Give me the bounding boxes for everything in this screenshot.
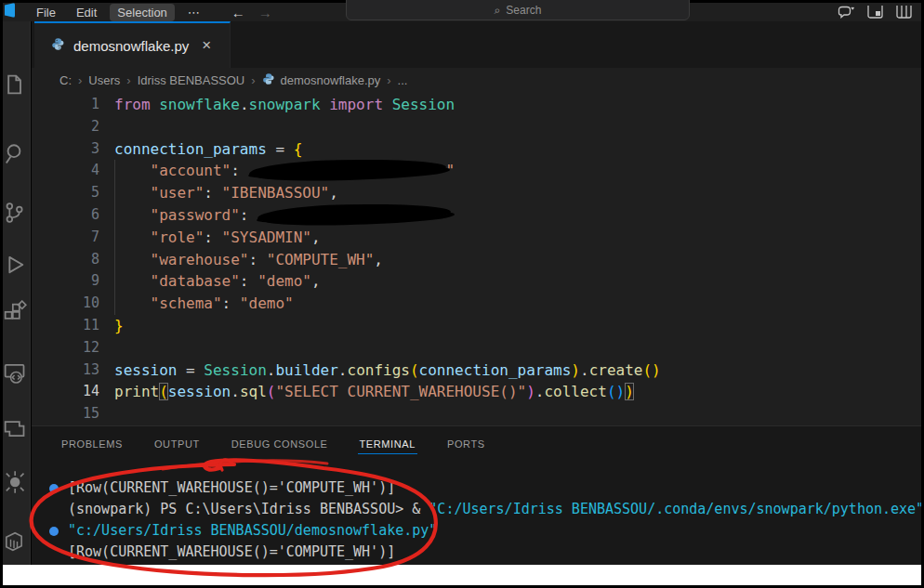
code-token: : [222, 294, 240, 312]
code-token: "warehouse" [151, 251, 249, 268]
code-token: snowpark [249, 96, 321, 113]
menu-edit[interactable]: Edit [69, 4, 104, 21]
code-token: connection_params [419, 361, 572, 379]
code-token [383, 96, 392, 113]
command-search-box[interactable]: ⌕ Search [346, 0, 690, 20]
code-line[interactable]: 14print(session.sql("SELECT CURRENT_WARE… [32, 381, 921, 403]
code-text: "account": " [114, 160, 455, 182]
breadcrumb: C:›Users›Idriss BENBASSOU›demosnowflake.… [32, 68, 921, 92]
panel-tab-debug-console[interactable]: DEBUG CONSOLE [230, 435, 330, 454]
code-token: { [294, 140, 303, 158]
toggle-panel-icon[interactable] [867, 6, 883, 20]
menu-file[interactable]: File [29, 4, 63, 21]
breadcrumb-item[interactable]: Idriss BENBASSOU [138, 73, 245, 87]
extensions-icon[interactable] [3, 300, 27, 326]
code-token: builder [275, 361, 337, 379]
code-line[interactable]: 4 "account": " [32, 160, 921, 182]
panel-tab-output[interactable]: OUTPUT [152, 435, 202, 454]
copilot-chat-icon[interactable] [838, 6, 854, 20]
live-share-icon[interactable] [3, 415, 27, 441]
code-line[interactable]: 5 "user": "IBENBASSOU", [32, 182, 921, 204]
breadcrumb-item-label: ... [398, 73, 408, 87]
code-token: ( [159, 383, 168, 400]
code-line[interactable]: 7 "role": "SYSADMIN", [32, 227, 921, 249]
menu-selection[interactable]: Selection [110, 4, 174, 21]
code-token: ) [571, 361, 580, 379]
code-line[interactable]: 1from snowflake.snowpark import Session [32, 94, 921, 116]
source-control-icon[interactable] [3, 200, 27, 226]
code-line[interactable]: 13session = Session.builder.configs(conn… [32, 359, 921, 382]
search-icon: ⌕ [495, 4, 501, 17]
search-icon[interactable] [3, 140, 27, 166]
redaction-scribble [257, 203, 451, 226]
code-line[interactable]: 2 [32, 116, 921, 138]
breadcrumb-item[interactable]: C: [59, 73, 72, 87]
code-line[interactable]: 10 "schema": "demo" [32, 293, 921, 315]
breadcrumb-item[interactable]: demosnowflake.py [262, 72, 381, 88]
activity-bar [3, 21, 31, 565]
run-debug-icon[interactable] [3, 252, 27, 278]
code-token: () [642, 361, 660, 379]
remote-explorer-icon[interactable] [3, 359, 27, 385]
code-token: "role" [151, 229, 205, 246]
code-token: . [267, 361, 276, 379]
panel-tab-terminal[interactable]: TERMINAL [358, 435, 417, 454]
vscode-logo-icon [5, 3, 15, 18]
line-number: 13 [32, 359, 99, 382]
code-token: . [338, 361, 348, 379]
code-line[interactable]: 11} [32, 315, 921, 337]
explorer-icon[interactable] [3, 72, 27, 98]
python-icon [262, 72, 275, 88]
breadcrumb-item[interactable]: Users [88, 73, 120, 87]
nav-back-icon[interactable]: ← [231, 5, 245, 20]
code-token [114, 251, 151, 268]
line-number: 15 [32, 403, 99, 425]
panel-tab-problems[interactable]: PROBLEMS [59, 435, 125, 454]
code-line[interactable]: 6 "password": [32, 204, 921, 227]
tab-bar: demosnowflake.py × [32, 21, 921, 68]
code-text: from snowflake.snowpark import Session [114, 94, 455, 116]
code-token: "demo" [257, 272, 311, 290]
breadcrumb-item[interactable]: ... [398, 73, 408, 87]
terminal-bullet-icon [49, 527, 59, 536]
code-line[interactable]: 8 "warehouse": "COMPUTE_WH", [32, 249, 921, 271]
docker-icon[interactable] [3, 529, 27, 555]
terminal-bullet-icon [49, 484, 59, 493]
code-text: print(session.sql("SELECT CURRENT_WAREHO… [114, 381, 634, 403]
terminal-token: "C:/Users/Idriss BENBASSOU/.conda/envs/s… [429, 501, 921, 517]
jupyter-icon[interactable] [3, 469, 27, 495]
line-number: 5 [32, 182, 99, 204]
panel-tab-bar: PROBLEMSOUTPUTDEBUG CONSOLETERMINALPORTS [32, 425, 921, 463]
code-token [114, 162, 151, 179]
code-token: . [580, 361, 589, 379]
code-token: , [311, 229, 321, 246]
code-editor[interactable]: 1from snowflake.snowpark import Session2… [32, 92, 921, 425]
editor-area: demosnowflake.py × C:›Users›Idriss BENBA… [32, 21, 921, 565]
code-token: import [329, 96, 383, 113]
code-token: connection_params [114, 140, 267, 158]
code-token: "IBENBASSOU" [222, 184, 330, 202]
code-token: = [177, 361, 204, 379]
code-token: snowflake [159, 96, 240, 113]
tab-demosnowflake[interactable]: demosnowflake.py × [34, 21, 231, 68]
panel-tab-ports[interactable]: PORTS [445, 435, 487, 454]
code-line[interactable]: 12 [32, 337, 921, 359]
line-number: 6 [32, 204, 99, 227]
code-token: } [114, 317, 124, 334]
code-token: " [446, 162, 455, 179]
code-line[interactable]: 3connection_params = { [32, 138, 921, 161]
tab-close-icon[interactable]: × [202, 36, 211, 55]
code-token [114, 272, 151, 290]
code-token: Session [392, 96, 455, 113]
code-line[interactable]: 9 "database": "demo", [32, 270, 921, 293]
menu-more[interactable]: ⋯ [180, 4, 207, 21]
customize-layout-icon[interactable] [896, 6, 912, 20]
code-token: ( [410, 361, 419, 379]
code-token: "account" [151, 162, 231, 179]
code-line[interactable]: 15 [32, 403, 921, 425]
breadcrumb-item-label: demosnowflake.py [281, 73, 381, 87]
line-number: 1 [32, 94, 99, 116]
code-token: "database" [151, 272, 240, 290]
terminal-output[interactable]: [Row(CURRENT_WAREHOUSE()='COMPUTE_WH')](… [32, 463, 921, 565]
breadcrumb-item-label: Idriss BENBASSOU [138, 73, 245, 87]
